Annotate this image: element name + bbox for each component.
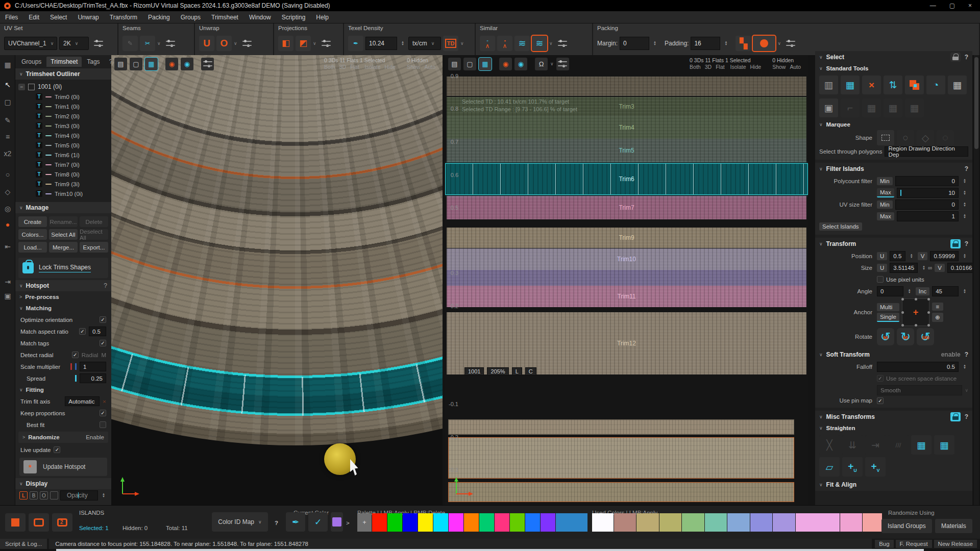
grid-dot-icon[interactable]: ▣ — [819, 98, 838, 117]
color-dropper-icon[interactable]: ✒ — [286, 512, 305, 532]
uv-tile-strip[interactable] — [448, 482, 794, 502]
palette-swatch[interactable] — [449, 513, 463, 532]
layers-icon[interactable]: ≡ — [0, 133, 15, 141]
isolate-toggle[interactable]: Isolate — [730, 64, 746, 70]
optimize-orientation-checkbox[interactable] — [100, 316, 106, 323]
keep-proportions-checkbox[interactable] — [100, 410, 106, 416]
menu-transform[interactable]: Transform — [110, 14, 137, 21]
brush-icon[interactable]: ✎ — [0, 116, 15, 124]
pack-tetris-icon[interactable]: ▚ — [736, 36, 751, 51]
pin-cyan-icon[interactable]: ◉ — [181, 58, 193, 70]
uv-trim-strip-selected[interactable]: Trim6 — [445, 163, 808, 195]
similar-stack-select-icon[interactable]: ▪∧ — [497, 36, 512, 51]
help-icon[interactable]: ? — [965, 351, 968, 358]
straighten-header[interactable]: ∨Straighten — [815, 423, 972, 433]
uv-trim-strip[interactable]: Trim9 — [447, 228, 806, 248]
tree-item-trim[interactable]: T Trim2 (0i) — [18, 111, 111, 121]
straighten-collapse-icon[interactable]: ⇥ — [865, 435, 886, 455]
chevron-down-icon[interactable]: ∨ — [234, 41, 237, 46]
best-fit-checkbox[interactable] — [100, 421, 106, 428]
uv-trim-strip[interactable]: Trim11 — [447, 286, 806, 307]
lock-icon[interactable] — [950, 412, 961, 421]
pin-orange-icon[interactable]: ◉ — [165, 58, 178, 70]
cube-view-icon[interactable]: ▢ — [463, 58, 476, 70]
polygon-tool-icon[interactable]: ◇ — [0, 188, 15, 196]
hotspot-help-icon[interactable]: ? — [104, 282, 107, 289]
feature-request-button[interactable]: F. Request — [896, 540, 932, 548]
display-b-toggle[interactable]: B — [30, 491, 38, 499]
tree-root-row[interactable]: − 1001 (0i) — [18, 82, 111, 92]
menu-select[interactable]: Select — [50, 14, 67, 21]
anchor-target-icon[interactable]: ⊕ — [932, 313, 943, 322]
island-groups-button[interactable]: Island Groups — [881, 519, 932, 533]
primitive-tool-icon[interactable]: ● — [0, 220, 15, 229]
chevron-down-icon[interactable]: ∨ — [313, 41, 316, 46]
mapsize-dropdown[interactable]: 2K∨ — [59, 37, 89, 50]
poly-min-field[interactable]: 0 — [895, 176, 959, 186]
uv-max-field[interactable]: 1 — [897, 211, 959, 221]
stack-islands-icon[interactable]: ≋ — [514, 36, 530, 51]
display-mode-icon[interactable]: ▤ — [448, 58, 461, 70]
uv-overlay-icon[interactable]: ▦ — [479, 58, 492, 70]
pin-map-checkbox[interactable] — [877, 397, 884, 404]
handle-icon[interactable]: ▣ — [0, 292, 15, 300]
projections-options-icon[interactable] — [318, 36, 334, 51]
spread-field[interactable]: 0.25 — [80, 373, 106, 383]
packing-options-icon[interactable] — [783, 36, 798, 51]
projection-auto-icon[interactable]: ◩ — [296, 36, 311, 51]
straighten-u-icon[interactable]: +U — [842, 457, 863, 477]
pie-distribute-icon[interactable]: ◔ — [926, 76, 945, 94]
aspect-value-field[interactable]: 0.5 — [89, 327, 106, 336]
padding-field[interactable]: 16 — [691, 37, 720, 50]
sphere-tool-icon[interactable]: ◎ — [0, 205, 15, 213]
size-u-field[interactable]: 3.51145 — [890, 263, 918, 273]
uv-trim-strip[interactable]: Trim5 — [447, 139, 806, 162]
uvset-options-icon[interactable] — [91, 36, 106, 51]
randomize-header[interactable]: >RandomizeEnable — [18, 432, 108, 443]
detect-radial-checkbox[interactable] — [72, 352, 79, 358]
palette-swatch[interactable] — [403, 513, 418, 532]
new-release-button[interactable]: New Release — [934, 540, 977, 548]
opacity-field[interactable]: Opacity — [60, 490, 98, 500]
falloff-field[interactable]: 0.5 — [877, 362, 959, 372]
matching-header[interactable]: ∨Matching — [15, 303, 111, 314]
match-aspect-checkbox[interactable] — [79, 328, 86, 335]
tree-item-trim[interactable]: T Trim4 (0i) — [18, 131, 111, 140]
manage-button[interactable]: Merge... — [49, 242, 78, 253]
corner-select-icon[interactable]: ⌐ — [841, 98, 860, 117]
viewport-options-icon[interactable] — [556, 58, 569, 70]
match-tags-checkbox[interactable] — [100, 340, 106, 346]
chevron-down-icon[interactable]: ∨ — [157, 41, 161, 46]
spinner[interactable] — [910, 254, 915, 259]
palette-swatch[interactable] — [541, 513, 555, 532]
td-set-icon[interactable]: TD — [443, 36, 458, 51]
clear-selection-icon[interactable]: × — [862, 76, 881, 94]
uv-trim-strip[interactable] — [447, 270, 806, 286]
uv-trim-strip[interactable]: Trim7 — [447, 196, 806, 219]
unwrap-u-icon[interactable]: U — [199, 36, 214, 51]
palette-swatch[interactable] — [556, 513, 587, 532]
pin-orange-icon[interactable]: ◉ — [499, 58, 512, 70]
used-color-swatch[interactable] — [705, 513, 727, 532]
spinner[interactable] — [963, 190, 968, 195]
hotspot-header[interactable]: ∨Hotspot? — [15, 280, 111, 291]
spinner[interactable] — [963, 254, 968, 259]
magnet-snap-icon[interactable]: Ω — [535, 58, 548, 70]
filter-islands-header[interactable]: ∨Filter Islands? — [815, 163, 972, 175]
manage-button[interactable]: Create — [18, 216, 47, 227]
help-icon[interactable]: ? — [965, 165, 968, 172]
angle-field[interactable]: 0 — [877, 286, 903, 296]
spinner[interactable] — [963, 214, 968, 219]
spinner[interactable] — [963, 289, 968, 294]
palette-swatch[interactable] — [433, 513, 448, 532]
marquee-icon[interactable]: ▢ — [0, 98, 15, 106]
materials-button[interactable]: Materials — [935, 519, 972, 533]
td-dropper-icon[interactable]: ✒ — [348, 36, 363, 51]
mirror-right-icon[interactable]: ⇥ — [0, 278, 15, 286]
used-color-swatch[interactable] — [773, 513, 795, 532]
opacity-spinner[interactable] — [102, 493, 107, 498]
grid-select-icon[interactable]: ▦ — [841, 76, 860, 94]
lock-trims-button[interactable]: Lock Trims Shapes — [18, 258, 108, 278]
uv-trim-strip[interactable]: Trim10 — [447, 248, 806, 270]
select-islands-button[interactable]: Select Islands — [819, 222, 862, 231]
